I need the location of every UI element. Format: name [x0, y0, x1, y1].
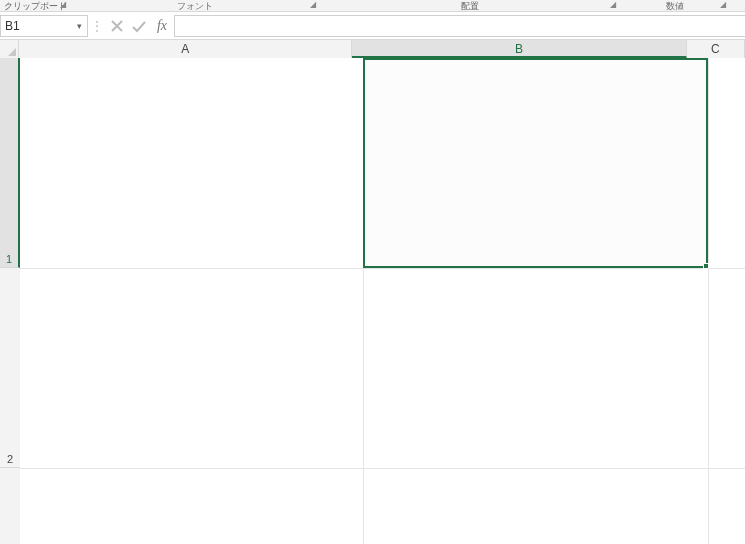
- ribbon-group-label: フォント: [177, 0, 213, 13]
- gridline: [20, 268, 745, 269]
- cancel-button[interactable]: [106, 15, 128, 37]
- ribbon-group-font: フォント ◢: [70, 0, 320, 12]
- name-box[interactable]: B1 ▾: [0, 15, 88, 37]
- dialog-launcher-icon[interactable]: ◢: [58, 0, 68, 10]
- name-box-value: B1: [1, 19, 71, 33]
- column-header-c[interactable]: C: [687, 40, 745, 58]
- check-icon: [131, 19, 147, 33]
- ribbon-group-alignment: 配置 ◢: [320, 0, 620, 12]
- formula-bar-row: B1 ▾ ⋮ fx: [0, 12, 745, 40]
- column-header-b[interactable]: B: [352, 40, 687, 58]
- gridline: [20, 468, 745, 469]
- grid-body: 1 2 3: [0, 58, 745, 544]
- gridline: [363, 58, 364, 544]
- cells-area[interactable]: [20, 58, 745, 544]
- ribbon-group-clipboard: クリップボード ◢: [0, 0, 70, 12]
- separator-icon: ⋮: [88, 19, 106, 33]
- cancel-icon: [110, 19, 124, 33]
- row-headers: 1 2 3: [0, 58, 20, 544]
- dialog-launcher-icon[interactable]: ◢: [308, 0, 318, 10]
- formula-input[interactable]: [174, 15, 745, 37]
- gridline: [708, 58, 709, 544]
- fx-icon: fx: [157, 18, 167, 34]
- row-header-1[interactable]: 1: [0, 58, 20, 268]
- column-header-a[interactable]: A: [19, 40, 352, 58]
- row-header-2[interactable]: 2: [0, 268, 20, 468]
- column-headers: A B C: [0, 40, 745, 58]
- dialog-launcher-icon[interactable]: ◢: [608, 0, 618, 10]
- ribbon-group-number: 数値 ◢: [620, 0, 730, 12]
- select-all-button[interactable]: [0, 40, 19, 58]
- enter-button[interactable]: [128, 15, 150, 37]
- ribbon-group-label: 配置: [461, 0, 479, 13]
- row-header-3[interactable]: 3: [0, 468, 20, 544]
- cell-selection: [363, 58, 708, 268]
- chevron-down-icon[interactable]: ▾: [71, 21, 87, 31]
- ribbon-group-label: 数値: [666, 0, 684, 13]
- ribbon-group-strip: クリップボード ◢ フォント ◢ 配置 ◢ 数値 ◢: [0, 0, 745, 12]
- dialog-launcher-icon[interactable]: ◢: [718, 0, 728, 10]
- insert-function-button[interactable]: fx: [150, 15, 174, 37]
- spreadsheet-grid: A B C 1 2 3: [0, 40, 745, 544]
